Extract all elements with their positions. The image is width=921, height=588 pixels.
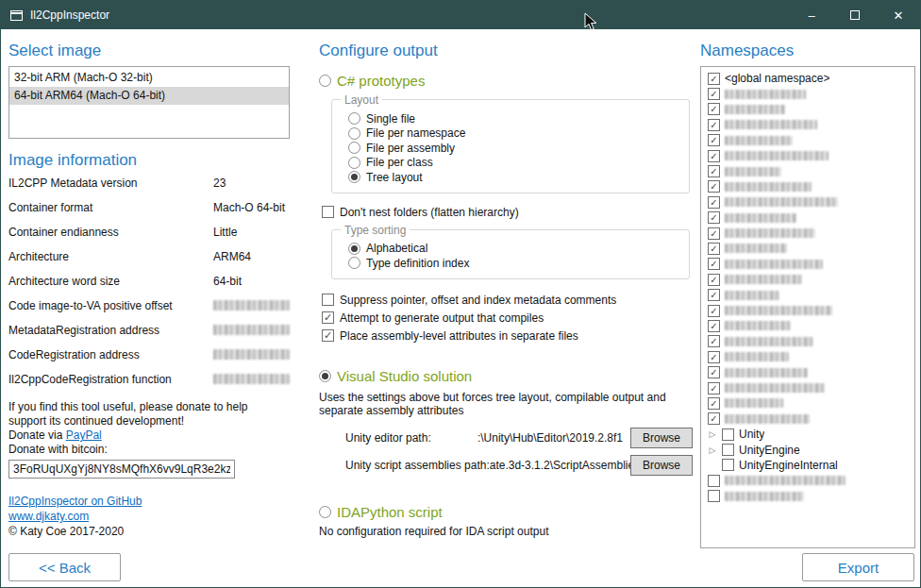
output-option-checkbox[interactable]: ✓ Suppress pointer, offset and index met… (322, 294, 693, 307)
namespace-checkbox[interactable]: ✓ (708, 88, 720, 100)
close-button[interactable]: ✕ (877, 1, 920, 29)
browse-editor-button[interactable]: Browse (630, 428, 693, 448)
image-list-item[interactable]: 64-bit ARM64 (Mach-O 64-bit) (9, 87, 289, 105)
sorting-option-radio[interactable]: Alphabetical (348, 242, 689, 257)
github-link[interactable]: Il2CppInspector on GitHub (8, 495, 142, 508)
namespace-item[interactable]: ▷ ✓ UnityEngineInternal (703, 458, 913, 473)
namespace-item[interactable]: ▷ ✓ (703, 148, 913, 163)
namespace-item[interactable]: ▷ ✓ (703, 364, 913, 379)
namespace-item[interactable]: ▷ ✓ (703, 102, 913, 117)
namespace-item[interactable]: ▷ ✓ <global namespace> (703, 71, 913, 86)
export-button[interactable]: Export (802, 553, 914, 581)
sorting-option-radio[interactable]: Type definition index (348, 256, 689, 271)
namespaces-list[interactable]: ▷ ✓ <global namespace> ▷ ✓ ▷ ✓ ▷ ✓ ▷ (700, 66, 915, 548)
redacted-namespace (725, 228, 815, 238)
namespace-checkbox[interactable]: ✓ (722, 428, 734, 441)
namespace-checkbox[interactable]: ✓ (708, 397, 720, 410)
namespace-item[interactable]: ▷ ✓ (703, 334, 913, 349)
namespace-checkbox[interactable]: ✓ (708, 211, 720, 224)
namespace-item[interactable]: ▷ ✓ (703, 303, 913, 318)
layout-option-label: File per namespace (366, 126, 465, 140)
namespace-checkbox[interactable]: ✓ (708, 274, 720, 286)
csharp-prototypes-radio[interactable]: C# prototypes (319, 73, 693, 89)
namespace-item[interactable]: ▷ ✓ (703, 163, 913, 178)
namespace-checkbox[interactable]: ✓ (708, 134, 720, 146)
namespace-checkbox[interactable]: ✓ (708, 475, 720, 487)
namespace-checkbox[interactable]: ✓ (708, 196, 720, 209)
back-button[interactable]: << Back (8, 553, 121, 581)
image-list-item[interactable]: 32-bit ARM (Mach-O 32-bit) (9, 69, 289, 87)
namespace-checkbox[interactable]: ✓ (708, 243, 720, 255)
layout-option-radio[interactable]: Single file (348, 111, 689, 126)
namespace-checkbox[interactable]: ✓ (722, 444, 734, 456)
redacted-value (213, 300, 290, 311)
namespace-item[interactable]: ▷ ✓ (703, 489, 913, 504)
namespace-item[interactable]: ▷ ✓ (703, 287, 913, 302)
website-link[interactable]: www.djkaty.com (8, 510, 89, 523)
namespace-checkbox[interactable]: ✓ (708, 490, 720, 502)
namespace-checkbox[interactable]: ✓ (708, 103, 720, 115)
namespace-checkbox[interactable]: ✓ (708, 180, 720, 193)
namespace-item[interactable]: ▷ ✓ (703, 257, 913, 272)
namespace-item[interactable]: ▷ ✓ UnityEngine (703, 442, 913, 457)
bitcoin-label: Donate with bitcoin: (8, 443, 290, 457)
namespace-item[interactable]: ▷ ✓ (703, 86, 913, 101)
browse-script-button[interactable]: Browse (630, 455, 693, 476)
unity-editor-path-value[interactable]: :\Unity\Hub\Editor\2019.2.8f1 (431, 431, 630, 445)
namespace-item[interactable]: ▷ ✓ (703, 210, 913, 226)
flatten-hierarchy-checkbox[interactable]: ✓ Don't nest folders (flatten hierarchy) (322, 206, 693, 219)
namespace-checkbox[interactable]: ✓ (708, 227, 720, 240)
visual-studio-radio[interactable]: Visual Studio solution (319, 368, 693, 384)
namespace-checkbox[interactable]: ✓ (708, 305, 720, 317)
idapython-description: No configuration required for IDA script… (319, 525, 693, 538)
namespace-item[interactable]: ▷ ✓ (703, 349, 913, 364)
namespace-item[interactable]: ▷ ✓ (703, 395, 913, 411)
maximize-button[interactable] (833, 1, 877, 29)
layout-option-radio[interactable]: Tree layout (348, 170, 689, 185)
image-listbox[interactable]: 32-bit ARM (Mach-O 32-bit) 64-bit ARM64 … (8, 66, 290, 139)
namespace-checkbox[interactable]: ✓ (708, 366, 720, 378)
paypal-link[interactable]: PayPal (66, 428, 102, 442)
namespace-item[interactable]: ▷ ✓ (703, 473, 913, 488)
radio-icon (348, 243, 360, 255)
namespace-item[interactable]: ▷ ✓ (703, 241, 913, 256)
namespace-item[interactable]: ▷ ✓ (703, 226, 913, 241)
layout-option-radio[interactable]: File per namespace (348, 126, 689, 142)
info-value: 64-bit (213, 275, 242, 288)
namespace-checkbox[interactable]: ✓ (708, 382, 720, 395)
layout-option-radio[interactable]: File per class (348, 156, 689, 171)
unity-script-path-value[interactable]: ate.3d-3.1.2\ScriptAssemblies (490, 459, 630, 472)
output-option-checkbox[interactable]: ✓ Attempt to generate output that compil… (322, 311, 693, 325)
namespace-item[interactable]: ▷ ✓ (703, 272, 913, 287)
namespace-checkbox[interactable]: ✓ (708, 412, 720, 425)
expander-icon[interactable]: ▷ (708, 445, 717, 455)
expander-icon[interactable]: ▷ (708, 429, 717, 439)
namespace-item[interactable]: ▷ ✓ (703, 117, 913, 132)
minimize-button[interactable]: – (790, 1, 833, 29)
layout-option-radio[interactable]: File per assembly (348, 141, 689, 156)
namespace-item[interactable]: ▷ ✓ (703, 179, 913, 194)
idapython-radio[interactable]: IDAPython script (319, 504, 693, 520)
namespace-label: <global namespace> (725, 72, 829, 85)
namespace-item[interactable]: ▷ ✓ (703, 194, 913, 210)
namespace-checkbox[interactable]: ✓ (708, 351, 720, 363)
namespace-checkbox[interactable]: ✓ (708, 119, 720, 131)
namespace-item[interactable]: ▷ ✓ (703, 412, 913, 427)
namespace-item[interactable]: ▷ ✓ (703, 133, 913, 148)
namespace-checkbox[interactable]: ✓ (708, 258, 720, 270)
namespace-checkbox[interactable]: ✓ (708, 73, 720, 85)
namespace-item[interactable]: ▷ ✓ (703, 380, 913, 395)
namespace-checkbox[interactable]: ✓ (708, 289, 720, 301)
redacted-namespace (725, 260, 823, 269)
output-option-checkbox[interactable]: ✓ Place assembly-level attributes in sep… (322, 329, 693, 343)
namespace-item[interactable]: ▷ ✓ (703, 318, 913, 333)
namespace-checkbox[interactable]: ✓ (722, 459, 734, 471)
namespace-item[interactable]: ▷ ✓ Unity (703, 427, 913, 442)
namespace-checkbox[interactable]: ✓ (708, 320, 720, 332)
visual-studio-description: Uses the settings above but forces tree … (319, 391, 689, 417)
namespace-checkbox[interactable]: ✓ (708, 335, 720, 347)
bitcoin-address-input[interactable] (8, 460, 235, 479)
namespace-checkbox[interactable]: ✓ (708, 150, 720, 162)
titlebar[interactable]: Il2CppInspector – ✕ (1, 1, 920, 29)
namespace-checkbox[interactable]: ✓ (708, 165, 720, 177)
